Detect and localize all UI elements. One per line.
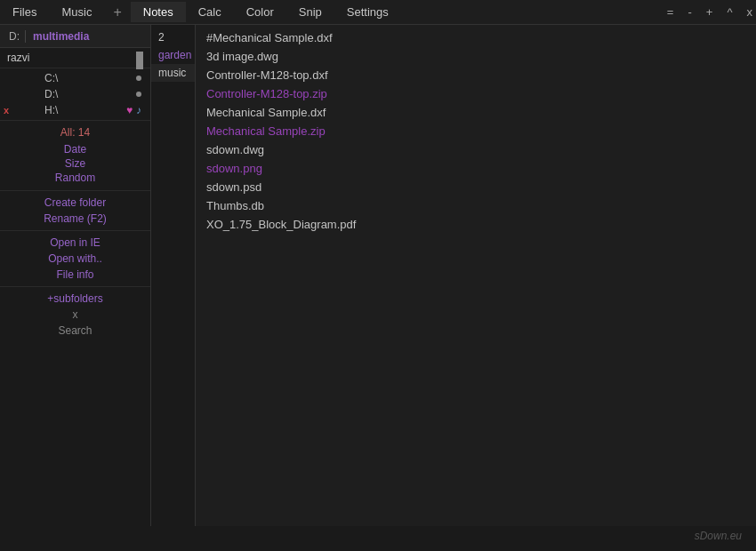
drive-h-label: H:\ (44, 104, 58, 116)
file-item[interactable]: Mechanical Sample.dxf (203, 103, 749, 122)
current-folder[interactable]: multimedia (29, 30, 92, 43)
create-folder-button[interactable]: Create folder (7, 195, 143, 211)
file-panel: #Mechanical Sample.dxf 3d image.dwg Cont… (196, 25, 756, 526)
rename-button[interactable]: Rename (F2) (7, 211, 143, 227)
window-controls: = - + ^ x (664, 5, 756, 19)
user-name: razvi (7, 52, 29, 64)
actions-area: Create folder Rename (F2) (0, 191, 150, 231)
folder-garden[interactable]: garden (151, 46, 195, 64)
drive-h-icons: ♥ ♪ (126, 104, 141, 116)
sort-random[interactable]: Random (7, 171, 143, 185)
drive-c-label: C:\ (44, 72, 58, 84)
drive-h-x-badge: x (4, 105, 9, 116)
tab-snip[interactable]: Snip (286, 2, 334, 22)
branding: sDown.eu (695, 530, 742, 542)
folder-num[interactable]: 2 (151, 28, 195, 46)
drive-d-dot (136, 92, 141, 97)
open-actions: Open in IE Open with.. File info (0, 231, 150, 287)
main-layout: D: multimedia razvi C:\ D:\ x H:\ (0, 25, 756, 526)
clear-button[interactable]: x (7, 307, 143, 323)
left-panel: D: multimedia razvi C:\ D:\ x H:\ (0, 25, 151, 526)
subfolders-button[interactable]: +subfolders (7, 291, 143, 307)
open-in-ie-button[interactable]: Open in IE (7, 235, 143, 251)
tab-files[interactable]: Files (0, 2, 49, 22)
tab-add[interactable]: + (104, 4, 130, 20)
window-eq-button[interactable]: = (664, 5, 678, 19)
scroll-thumb (136, 52, 143, 69)
stats-all: All: 14 (7, 126, 143, 139)
drive-d-label: D:\ (44, 88, 58, 100)
file-item-zip[interactable]: Controller-M128-top.zip (203, 84, 749, 103)
file-info-button[interactable]: File info (7, 267, 143, 283)
file-item[interactable]: #Mechanical Sample.dxf (203, 28, 749, 47)
scroll-track[interactable] (136, 52, 143, 64)
folder-music[interactable]: music (151, 64, 195, 82)
sort-size[interactable]: Size (7, 156, 143, 171)
file-item[interactable]: sdown.dwg (203, 140, 749, 159)
heart-icon: ♥ (126, 104, 133, 116)
folder-music-label: music (158, 67, 186, 79)
window-min-button[interactable]: - (684, 5, 695, 19)
open-with-button[interactable]: Open with.. (7, 251, 143, 267)
file-item[interactable]: 3d image.dwg (203, 47, 749, 66)
tab-calc[interactable]: Calc (186, 2, 234, 22)
window-max-button[interactable]: + (703, 5, 717, 19)
window-up-button[interactable]: ^ (723, 5, 736, 19)
file-item[interactable]: sdown.psd (203, 178, 749, 196)
search-button[interactable]: Search (7, 323, 143, 339)
menu-bar: Files Music + Notes Calc Color Snip Sett… (0, 0, 756, 25)
tab-settings[interactable]: Settings (334, 2, 401, 22)
drive-label: D: (4, 30, 26, 43)
tab-music[interactable]: Music (49, 2, 104, 22)
file-item[interactable]: Thumbs.db (203, 196, 749, 215)
user-row: razvi (0, 48, 150, 68)
file-item-png[interactable]: sdown.png (203, 159, 749, 178)
drive-c[interactable]: C:\ (0, 70, 150, 86)
file-item-zip[interactable]: Mechanical Sample.zip (203, 122, 749, 140)
drive-c-dot (136, 76, 141, 81)
window-close-button[interactable]: x (744, 5, 757, 19)
center-panel: 2 garden music (151, 25, 196, 526)
drives-list: C:\ D:\ x H:\ ♥ ♪ (0, 68, 150, 121)
sort-date[interactable]: Date (7, 142, 143, 156)
file-item[interactable]: Controller-M128-top.dxf (203, 66, 749, 84)
music-icon: ♪ (136, 104, 141, 116)
drive-h[interactable]: x H:\ ♥ ♪ (0, 102, 150, 118)
tab-notes[interactable]: Notes (131, 2, 186, 22)
drive-bar: D: multimedia (0, 25, 150, 48)
tab-color[interactable]: Color (234, 2, 286, 22)
file-item[interactable]: XO_1.75_Block_Diagram.pdf (203, 215, 749, 234)
drive-d[interactable]: D:\ (0, 86, 150, 102)
stats-area: All: 14 Date Size Random (0, 121, 150, 191)
bottom-actions: +subfolders x Search (0, 287, 150, 342)
